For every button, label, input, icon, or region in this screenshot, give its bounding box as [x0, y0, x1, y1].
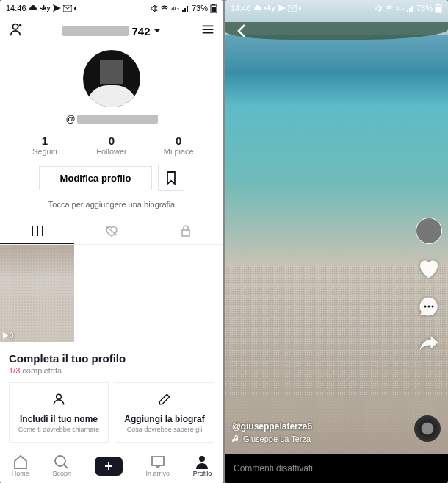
tab-feed[interactable]: [0, 219, 74, 244]
sound-row[interactable]: Giuseppe La Terza: [232, 434, 312, 443]
comment-bar: Commenti disattivati: [225, 454, 448, 483]
comment-icon: [418, 296, 440, 318]
card-title: Completa il tuo profilo: [9, 352, 214, 365]
author-handle[interactable]: @giuseppelaterza6: [232, 421, 312, 432]
person-icon: [51, 392, 66, 407]
username-at: @: [65, 113, 75, 124]
profile-top-bar: 742: [0, 16, 223, 46]
tab-private[interactable]: [149, 219, 223, 244]
video-background[interactable]: [225, 0, 448, 483]
share-icon: [418, 334, 440, 353]
network-text: 4G: [171, 5, 179, 12]
bio-hint[interactable]: Tocca per aggiungere una biografia: [48, 200, 175, 209]
video-thumb[interactable]: 0: [0, 245, 74, 342]
feed-caption: @giuseppelaterza6 Giuseppe La Terza: [232, 421, 312, 443]
inbox-icon: [150, 454, 166, 469]
svg-rect-3: [212, 4, 215, 5]
nav-discover[interactable]: Scopri: [53, 454, 72, 477]
feed-icon: [31, 225, 44, 237]
battery-icon: [210, 4, 217, 13]
feed-author-avatar[interactable]: [416, 218, 442, 244]
stat-following[interactable]: 1 Seguiti: [11, 135, 78, 156]
edit-profile-button[interactable]: Modifica profilo: [39, 166, 153, 190]
svg-point-9: [199, 456, 205, 462]
profile-icon: [194, 454, 210, 469]
content-tabs: [0, 219, 223, 245]
mute-icon: [150, 4, 158, 12]
edit-icon: [157, 392, 172, 407]
add-user-icon[interactable]: [7, 21, 24, 40]
svg-point-7: [55, 456, 65, 466]
card-name[interactable]: Includi il tuo nome Come ti dovrebbe chi…: [9, 382, 109, 443]
menu-icon[interactable]: [200, 21, 216, 40]
share-button[interactable]: [418, 334, 440, 356]
bookmark-button[interactable]: [158, 165, 184, 191]
cloud-icon: [29, 4, 37, 12]
tab-liked[interactable]: [74, 219, 148, 244]
username-row[interactable]: @: [65, 113, 157, 124]
svg-point-15: [428, 305, 430, 307]
card-progress: 1/3 completata: [9, 366, 214, 375]
sky-text: sky: [40, 4, 51, 12]
masked-username: [62, 26, 129, 36]
svg-rect-13: [437, 4, 440, 5]
wifi-icon: [160, 5, 169, 12]
network-text: 4G: [396, 5, 404, 12]
sky-text: sky: [264, 4, 275, 12]
complete-profile-card: Completa il tuo profilo 1/3 completata I…: [0, 345, 223, 443]
nav-inbox[interactable]: In arrivo: [145, 454, 170, 477]
dot-icon: •: [299, 4, 302, 12]
plus-icon: [104, 461, 114, 471]
nav-create[interactable]: [95, 457, 123, 476]
profile-screen: 14:46 sky • 4G 73% 742: [0, 0, 223, 483]
mail-icon: [63, 5, 72, 12]
profile-header: @ 1 Seguiti 0 Follower 0 Mi piace Modifi…: [0, 46, 223, 209]
svg-point-16: [432, 305, 434, 307]
sound-disc[interactable]: [414, 415, 441, 442]
video-grid: 0: [0, 245, 223, 342]
profile-title-dropdown[interactable]: 742: [62, 25, 160, 37]
mute-icon: [375, 4, 383, 12]
status-bar: 14:46 sky • 4G 73%: [0, 0, 223, 16]
cloud-icon: [253, 4, 262, 12]
svg-rect-2: [212, 7, 216, 12]
stat-followers[interactable]: 0 Follower: [78, 135, 145, 156]
wifi-icon: [385, 5, 394, 12]
svg-rect-5: [182, 230, 189, 236]
bottom-nav: Home Scopri In arrivo Profilo: [0, 448, 223, 483]
card-bio[interactable]: Aggiungi la biograf Cosa dovrebbe sapere…: [115, 382, 214, 443]
lock-icon: [181, 225, 191, 237]
avatar[interactable]: [83, 50, 140, 107]
arrow-left-icon: [234, 22, 251, 40]
svg-rect-8: [152, 457, 164, 465]
view-count: 0: [10, 332, 14, 340]
play-icon: [2, 332, 8, 339]
like-button[interactable]: [417, 257, 441, 282]
search-icon: [54, 454, 70, 469]
battery-text: 73%: [416, 4, 433, 12]
mail-icon: [288, 5, 297, 12]
music-icon: [232, 434, 240, 443]
status-time: 14:46: [231, 4, 251, 12]
signal-icon: [406, 5, 414, 12]
svg-rect-12: [436, 7, 441, 12]
send-icon: [53, 4, 61, 12]
title-visible: 742: [131, 25, 150, 37]
masked-handle: [77, 115, 158, 124]
caret-down-icon: [153, 27, 161, 35]
heart-icon: [417, 257, 441, 279]
stat-likes[interactable]: 0 Mi piace: [145, 135, 212, 156]
nav-profile[interactable]: Profilo: [193, 454, 212, 477]
home-icon: [12, 454, 29, 469]
svg-point-6: [57, 394, 62, 399]
comments-disabled: Commenti disattivati: [234, 463, 313, 473]
signal-icon: [181, 5, 189, 12]
battery-text: 73%: [192, 4, 208, 12]
svg-point-14: [424, 305, 427, 307]
comment-button[interactable]: [418, 296, 440, 321]
feed-actions: [416, 218, 442, 356]
battery-icon: [435, 4, 442, 13]
dot-icon: •: [74, 4, 77, 12]
back-button[interactable]: [234, 22, 251, 43]
nav-home[interactable]: Home: [12, 454, 29, 477]
